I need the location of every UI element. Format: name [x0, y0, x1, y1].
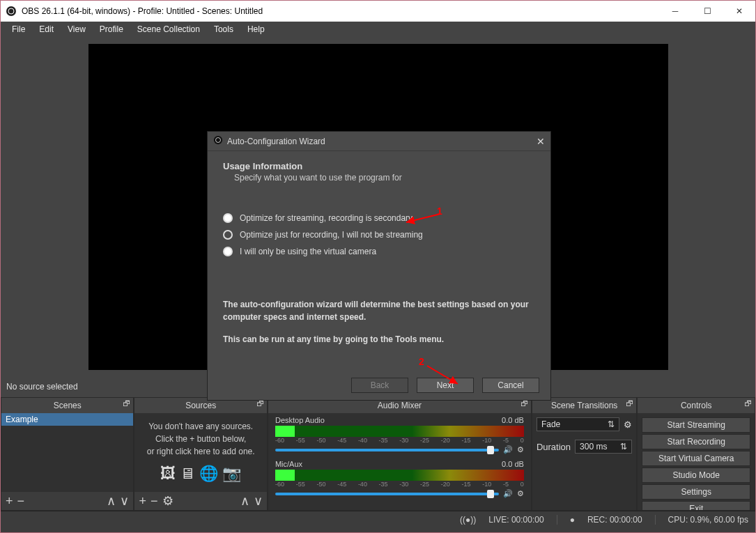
source-props-button[interactable]: ⚙: [162, 495, 173, 507]
start-virtualcam-button[interactable]: Start Virtual Camera: [642, 451, 750, 466]
dialog-titlebar[interactable]: Auto-Configuration Wizard ✕: [208, 132, 550, 151]
menu-scene-collection[interactable]: Scene Collection: [130, 23, 207, 36]
audio-meter: [275, 470, 524, 481]
exit-button[interactable]: Exit: [642, 501, 750, 510]
radio-icon: [223, 230, 233, 240]
gear-icon[interactable]: ⚙: [517, 445, 524, 454]
obs-logo-icon: [213, 135, 223, 147]
remove-source-button[interactable]: −: [151, 495, 158, 507]
sources-panel: Sources🗗 You don't have any sources. Cli…: [134, 397, 267, 511]
sources-toolbar: + − ⚙ ∧ ∨: [134, 492, 266, 510]
add-scene-button[interactable]: +: [6, 495, 13, 507]
svg-line-5: [427, 366, 458, 384]
move-up-button[interactable]: ∧: [240, 495, 249, 507]
transition-select[interactable]: Fade⇅: [537, 417, 620, 431]
remove-scene-button[interactable]: −: [17, 495, 25, 507]
channel-db: 0.0 dB: [502, 460, 524, 468]
move-down-button[interactable]: ∨: [254, 495, 263, 507]
popout-icon[interactable]: 🗗: [744, 399, 752, 408]
controls-panel: Controls🗗 Start Streaming Start Recordin…: [637, 397, 755, 511]
chevron-updown-icon: ⇅: [620, 442, 627, 451]
display-icon: 🖥: [180, 462, 195, 485]
minimize-button[interactable]: ─: [659, 1, 691, 22]
settings-button[interactable]: Settings: [642, 484, 750, 500]
back-button: Back: [351, 378, 408, 393]
volume-slider[interactable]: [275, 493, 499, 495]
status-rec: REC: 00:00:00: [587, 515, 642, 525]
sources-title: Sources: [185, 401, 216, 410]
menu-edit[interactable]: Edit: [32, 23, 61, 36]
cancel-button[interactable]: Cancel: [482, 378, 539, 393]
audio-channel-desktop: Desktop Audio0.0 dB -60-55-50-45-40-35-3…: [268, 413, 531, 457]
sources-empty-text: You don't have any sources. Click the + …: [134, 413, 266, 492]
controls-title: Controls: [681, 401, 712, 410]
statusbar: ((●)) LIVE: 00:00:00 ● REC: 00:00:00 CPU…: [1, 511, 755, 527]
audio-scale: -60-55-50-45-40-35-30-25-20-15-10-50: [275, 481, 524, 488]
channel-db: 0.0 dB: [502, 416, 524, 424]
close-button[interactable]: ✕: [723, 1, 755, 22]
status-live: LIVE: 00:00:00: [488, 515, 543, 525]
add-source-button[interactable]: +: [139, 495, 146, 507]
popout-icon[interactable]: 🗗: [123, 399, 130, 408]
sources-empty-l2: Click the + button below,: [140, 433, 261, 445]
speaker-icon[interactable]: 🔊: [503, 445, 513, 454]
audio-meter: [275, 426, 524, 437]
sources-empty-l3: or right click here to add one.: [140, 445, 261, 458]
obs-logo-icon: [1, 6, 22, 17]
record-icon: ●: [570, 515, 575, 525]
image-icon: 🖼: [160, 462, 176, 485]
dialog-close-button[interactable]: ✕: [537, 136, 545, 147]
maximize-button[interactable]: ☐: [691, 1, 723, 22]
volume-slider[interactable]: [275, 449, 499, 451]
menu-view[interactable]: View: [61, 23, 93, 36]
gear-icon[interactable]: ⚙: [624, 419, 632, 430]
dialog-heading: Usage Information: [223, 161, 535, 171]
menubar: File Edit View Profile Scene Collection …: [1, 22, 755, 37]
annotation-arrow-2: [422, 362, 463, 389]
svg-line-4: [406, 214, 440, 222]
audio-scale: -60-55-50-45-40-35-30-25-20-15-10-50: [275, 437, 524, 444]
svg-point-2: [214, 136, 222, 144]
move-down-button[interactable]: ∨: [120, 495, 129, 507]
popout-icon[interactable]: 🗗: [626, 399, 633, 408]
speaker-icon[interactable]: 🔊: [503, 489, 513, 498]
titlebar: OBS 26.1.1 (64-bit, windows) - Profile: …: [1, 1, 755, 22]
radio-icon: [223, 213, 233, 223]
window-title: OBS 26.1.1 (64-bit, windows) - Profile: …: [22, 6, 659, 16]
camera-icon: 📷: [222, 462, 241, 485]
channel-name: Mic/Aux: [275, 460, 302, 468]
start-recording-button[interactable]: Start Recording: [642, 434, 750, 449]
broadcast-icon: ((●)): [460, 515, 476, 525]
audio-mixer-panel: Audio Mixer🗗 Desktop Audio0.0 dB -60-55-…: [268, 397, 532, 511]
scenes-title: Scenes: [54, 401, 82, 410]
dialog-subheading: Specify what you want to use the program…: [223, 173, 535, 183]
radio-icon: [223, 247, 233, 256]
scene-item[interactable]: Example: [1, 413, 133, 426]
gear-icon[interactable]: ⚙: [517, 489, 524, 498]
studio-mode-button[interactable]: Studio Mode: [642, 468, 750, 483]
sources-empty-l1: You don't have any sources.: [140, 420, 261, 433]
radio-label: Optimize just for recording, I will not …: [240, 230, 423, 240]
dialog-para2: This can be run at any time by going to …: [223, 333, 535, 346]
audio-channel-mic: Mic/Aux0.0 dB -60-55-50-45-40-35-30-25-2…: [268, 457, 531, 501]
menu-file[interactable]: File: [5, 23, 32, 36]
controls-header: Controls🗗: [638, 398, 755, 413]
menu-profile[interactable]: Profile: [93, 23, 130, 36]
chevron-updown-icon: ⇅: [608, 419, 615, 429]
auto-config-dialog: Auto-Configuration Wizard ✕ Usage Inform…: [207, 131, 551, 401]
duration-stepper[interactable]: 300 ms⇅: [575, 440, 632, 454]
svg-point-0: [6, 6, 16, 16]
menu-help[interactable]: Help: [240, 23, 272, 36]
move-up-button[interactable]: ∧: [107, 495, 116, 507]
transition-value: Fade: [541, 419, 560, 429]
status-cpu: CPU: 0.9%, 60.00 fps: [668, 515, 748, 525]
scenes-toolbar: + − ∧ ∨: [1, 492, 133, 510]
transitions-title: Scene Transitions: [551, 401, 617, 410]
menu-tools[interactable]: Tools: [207, 23, 240, 36]
annotation-arrow-1: [402, 210, 444, 226]
radio-option-recording[interactable]: Optimize just for recording, I will not …: [223, 230, 535, 240]
duration-label: Duration: [537, 442, 571, 452]
radio-option-streaming[interactable]: Optimize for streaming, recording is sec…: [223, 213, 535, 223]
radio-option-virtualcam[interactable]: I will only be using the virtual camera: [223, 247, 535, 256]
start-streaming-button[interactable]: Start Streaming: [642, 417, 750, 433]
